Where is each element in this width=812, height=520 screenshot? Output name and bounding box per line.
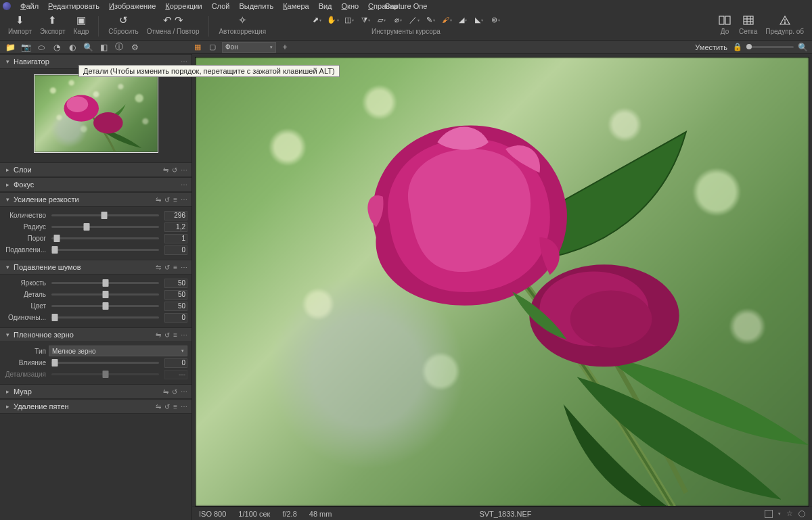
sharpen-value[interactable]: 1 (164, 234, 187, 243)
tab-lens-icon[interactable]: ⬭ (37, 43, 46, 52)
panel-menu-icon[interactable]: ⋯ (181, 264, 187, 271)
panel-preset-icon[interactable]: ≡ (173, 403, 177, 410)
cursor-measure-icon[interactable]: ／▾ (408, 14, 420, 26)
menu-layer[interactable]: Слой (208, 1, 234, 11)
import-button[interactable]: ⬇Импорт (4, 14, 36, 35)
layer-dropdown[interactable]: Фон▾ (222, 42, 276, 53)
panel-preset-icon[interactable]: ≡ (173, 331, 177, 339)
noise-value[interactable]: 0 (164, 313, 187, 323)
panel-menu-icon[interactable]: ⋯ (181, 58, 187, 66)
panel-reset-icon[interactable]: ↺ (164, 403, 170, 410)
exposure-warning-button[interactable]: Предупр. об (761, 14, 808, 35)
noise-slider[interactable] (51, 305, 159, 307)
tab-output-icon[interactable]: ⚙ (130, 43, 139, 52)
menu-edit[interactable]: Редактировать (44, 1, 104, 11)
menu-window[interactable]: Окно (338, 1, 363, 11)
noise-value[interactable]: 50 (164, 302, 187, 311)
panel-copy-icon[interactable]: ⇋ (163, 166, 168, 174)
grid-button[interactable]: Сетка (735, 14, 761, 35)
panel-copy-icon[interactable]: ⇋ (163, 388, 168, 396)
sharpen-slider[interactable] (51, 237, 159, 239)
menu-select[interactable]: Выделить (235, 1, 277, 11)
noise-slider[interactable] (51, 316, 159, 318)
add-layer-button[interactable]: ＋ (280, 43, 290, 52)
sharpen-slider[interactable] (51, 214, 159, 216)
frame-button[interactable]: ▣Кадр (70, 14, 93, 35)
cursor-heal-icon[interactable]: ⌀▾ (392, 14, 404, 26)
before-after-button[interactable]: До (715, 14, 735, 35)
panel-grain-header[interactable]: ▾ Пленочное зерно ⇋ ↺ ≡ ⋯ (0, 327, 191, 342)
panel-copy-icon[interactable]: ⇋ (156, 331, 161, 339)
panel-reset-icon[interactable]: ↺ (172, 166, 177, 174)
zoom-slider[interactable] (746, 46, 794, 48)
tab-details-icon[interactable]: 🔍 (83, 43, 93, 52)
color-tag-dropdown-icon[interactable]: ▾ (778, 511, 781, 517)
sharpen-value[interactable]: 1,2 (164, 222, 187, 232)
tab-exposure-icon[interactable]: ◐ (68, 43, 77, 52)
cursor-select-icon[interactable]: ⬈▾ (311, 14, 323, 26)
cursor-keystone-icon[interactable]: ▱▾ (376, 14, 388, 26)
sharpen-slider[interactable] (51, 226, 159, 228)
panel-reset-icon[interactable]: ↺ (164, 331, 170, 339)
undo-redo-button[interactable]: ↶ ↷Отмена / Повтор (143, 14, 204, 35)
noise-value[interactable]: 50 (164, 290, 187, 300)
cursor-picker-icon[interactable]: ✎▾ (424, 14, 436, 26)
menu-file[interactable]: Файл (16, 1, 43, 11)
color-tag-icon[interactable] (765, 510, 773, 518)
noise-value[interactable]: 50 (164, 279, 187, 288)
menu-view[interactable]: Вид (315, 1, 336, 11)
noise-slider[interactable] (51, 282, 159, 284)
tab-library-icon[interactable]: 📁 (5, 43, 15, 52)
sharpen-slider[interactable] (51, 249, 159, 251)
panel-spot-header[interactable]: ▸ Удаление пятен ⇋ ↺ ≡ ⋯ (0, 399, 191, 414)
cursor-radial-icon[interactable]: ⊚▾ (489, 14, 501, 26)
image-canvas[interactable] (195, 57, 809, 506)
panel-reset-icon[interactable]: ↺ (164, 264, 170, 271)
panel-reset-icon[interactable]: ↺ (164, 196, 170, 204)
navigator-thumbnail[interactable] (34, 74, 158, 153)
rating-star-icon[interactable]: ☆ (786, 509, 793, 518)
panel-moire-header[interactable]: ▸ Муар ⇋ ↺ ⋯ (0, 384, 191, 399)
grain-value[interactable]: 0 (164, 358, 187, 368)
panel-menu-icon[interactable]: ⋯ (181, 388, 187, 396)
tab-capture-icon[interactable]: 📷 (21, 43, 30, 52)
cursor-hand-icon[interactable]: ✋▾ (327, 14, 339, 26)
menu-corr[interactable]: Коррекции (161, 1, 206, 11)
grain-slider[interactable] (51, 362, 159, 364)
view-single-icon[interactable]: ▢ (207, 42, 218, 53)
panel-menu-icon[interactable]: ⋯ (181, 331, 187, 339)
menu-image[interactable]: Изображение (105, 1, 160, 11)
search-icon[interactable]: 🔍 (798, 43, 808, 52)
panel-copy-icon[interactable]: ⇋ (156, 403, 161, 410)
tab-adjust-icon[interactable]: ◧ (99, 43, 108, 52)
panel-menu-icon[interactable]: ⋯ (181, 166, 187, 174)
reset-button[interactable]: ↺Сбросить (104, 14, 142, 35)
panel-focus-header[interactable]: ▸ Фокус ⋯ (0, 177, 191, 192)
panel-preset-icon[interactable]: ≡ (173, 264, 177, 271)
cursor-gradient-icon[interactable]: ◣▾ (473, 14, 485, 26)
cursor-brush-icon[interactable]: 🖌▾ (441, 14, 453, 26)
panel-reset-icon[interactable]: ↺ (172, 388, 177, 396)
fit-label[interactable]: Уместить (695, 43, 727, 51)
zoom-lock-icon[interactable]: 🔒 (733, 43, 742, 51)
panel-menu-icon[interactable]: ⋯ (181, 181, 187, 189)
panel-noise-header[interactable]: ▾ Подавление шумов ⇋ ↺ ≡ ⋯ (0, 260, 191, 275)
panel-layers-header[interactable]: ▸ Слои ⇋ ↺ ⋯ (0, 162, 191, 177)
cursor-straighten-icon[interactable]: ⧩▾ (359, 14, 371, 26)
cursor-crop-icon[interactable]: ◫▾ (343, 14, 355, 26)
tab-color-icon[interactable]: ◔ (52, 43, 62, 52)
tab-metadata-icon[interactable]: ⓘ (114, 43, 124, 52)
label-dot-icon[interactable] (798, 511, 805, 517)
panel-preset-icon[interactable]: ≡ (173, 196, 177, 204)
panel-menu-icon[interactable]: ⋯ (181, 403, 187, 410)
autocorrect-button[interactable]: ✧Автокоррекция (215, 14, 270, 35)
panel-copy-icon[interactable]: ⇋ (156, 196, 161, 204)
panel-menu-icon[interactable]: ⋯ (181, 196, 187, 204)
menu-camera[interactable]: Камера (279, 1, 313, 11)
sharpen-value[interactable]: 296 (164, 211, 187, 220)
grain-type-select[interactable]: Мелкое зерно▾ (49, 346, 187, 356)
cursor-eraser-icon[interactable]: ◢▾ (457, 14, 469, 26)
view-grid-icon[interactable]: ▦ (192, 42, 203, 53)
noise-slider[interactable] (51, 293, 159, 296)
panel-copy-icon[interactable]: ⇋ (156, 264, 161, 271)
